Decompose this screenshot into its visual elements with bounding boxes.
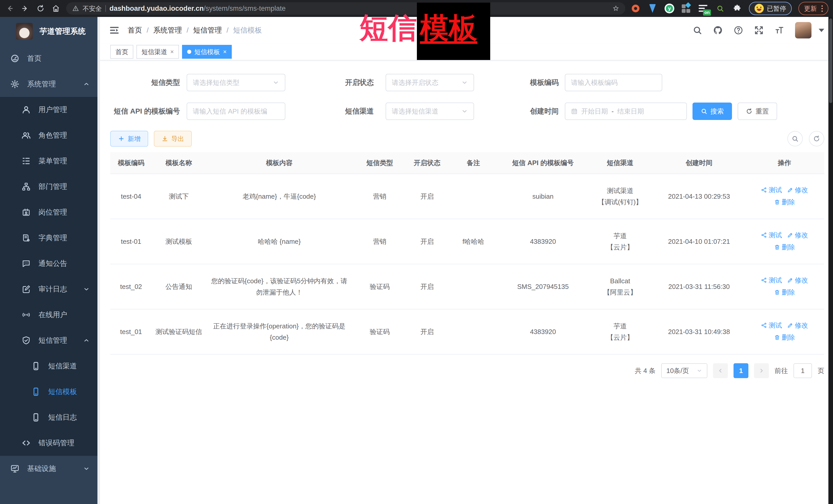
sidebar-item-online-users[interactable]: 在线用户	[0, 302, 100, 328]
template-code-input[interactable]: 请输入模板编码	[565, 74, 662, 91]
breadcrumb-sms[interactable]: 短信管理	[193, 25, 222, 35]
page-number-1[interactable]: 1	[734, 363, 748, 378]
sidebar-item-menu-management[interactable]: 菜单管理	[0, 148, 100, 174]
search-icon	[791, 135, 799, 142]
help-icon[interactable]	[734, 25, 743, 35]
user-avatar[interactable]	[795, 22, 811, 39]
close-icon[interactable]: ×	[170, 48, 174, 55]
delete-link[interactable]: 删除	[774, 241, 795, 253]
sidebar-item-sms-channel[interactable]: 短信渠道	[0, 353, 100, 379]
search-button[interactable]: 搜索	[692, 102, 732, 120]
search-icon[interactable]	[692, 25, 702, 35]
sidebar-item-post-management[interactable]: 岗位管理	[0, 199, 100, 225]
browser-reload-button[interactable]	[35, 3, 46, 14]
sidebar-item-audit-log[interactable]: 审计日志	[0, 277, 100, 302]
sidebar-item-notice[interactable]: 通知公告	[0, 251, 100, 277]
share-icon	[761, 232, 767, 238]
calendar-icon	[571, 108, 578, 115]
sms-channel-select[interactable]: 请选择短信渠道	[386, 102, 474, 120]
breadcrumb-system[interactable]: 系统管理	[153, 25, 182, 35]
create-time-label: 创建时间	[527, 106, 559, 116]
delete-link[interactable]: 删除	[774, 196, 795, 208]
sidebar-item-dept-management[interactable]: 部门管理	[0, 174, 100, 199]
open-status-select[interactable]: 请选择开启状态	[386, 74, 474, 91]
chevron-left-icon	[717, 368, 723, 374]
test-link[interactable]: 测试	[761, 184, 782, 196]
col-api-template-id: 短信 API 的模板编号	[499, 152, 587, 174]
add-button[interactable]: 新增	[110, 131, 148, 147]
sidebar-item-infrastructure[interactable]: 基础设施	[0, 456, 100, 481]
page-scrollbar[interactable]	[828, 17, 833, 504]
delete-link[interactable]: 删除	[774, 287, 795, 298]
sidebar-collapse-icon[interactable]	[109, 25, 120, 36]
extension-blue-pin-icon[interactable]	[647, 3, 658, 14]
sidebar-item-home[interactable]: 首页	[0, 46, 100, 71]
extension-list-on-icon[interactable]: on	[698, 3, 708, 14]
refresh-icon	[746, 108, 753, 115]
edit-link[interactable]: 修改	[787, 320, 808, 331]
extension-magnifier-icon[interactable]	[715, 3, 725, 14]
pencil-icon	[787, 322, 793, 329]
sidebar-item-dict-management[interactable]: 字典管理	[0, 225, 100, 251]
bookmark-star-icon[interactable]	[613, 5, 619, 12]
sidebar-item-sms-log[interactable]: 短信日志	[0, 405, 100, 430]
avatar-caret-down-icon[interactable]	[819, 29, 824, 32]
sidebar-item-sms-template[interactable]: 短信模板	[0, 379, 100, 405]
reset-button[interactable]: 重置	[738, 102, 777, 120]
chevron-down-icon	[83, 465, 90, 472]
tag-sms-channel[interactable]: 短信渠道 ×	[136, 45, 179, 59]
edit-link[interactable]: 修改	[787, 274, 808, 286]
dashboard-icon	[10, 54, 20, 63]
monitor-icon	[10, 464, 20, 473]
sidebar-item-system-management[interactable]: 系统管理	[0, 71, 100, 97]
extension-green-y-icon[interactable]: y	[664, 3, 674, 14]
browser-forward-button[interactable]	[20, 3, 30, 14]
goto-page-input[interactable]: 1	[793, 363, 812, 378]
extension-orange-ring-icon[interactable]	[630, 3, 641, 14]
tag-home[interactable]: 首页	[110, 45, 133, 59]
profile-paused-button[interactable]: 已暂停	[749, 2, 792, 15]
prev-page-button[interactable]	[713, 363, 728, 378]
sidebar-scrollbar[interactable]	[97, 17, 100, 504]
extensions-puzzle-icon[interactable]	[732, 3, 742, 14]
sms-type-select[interactable]: 请选择短信类型	[187, 74, 285, 91]
api-template-id-input[interactable]: 请输入短信 API 的模板编	[187, 102, 285, 120]
scrollbar-thumb[interactable]	[829, 19, 832, 103]
close-icon[interactable]: ×	[223, 48, 227, 55]
trash-icon	[774, 289, 780, 295]
refresh-table-button[interactable]	[809, 131, 824, 146]
edit-link[interactable]: 修改	[787, 184, 808, 196]
breadcrumb-home[interactable]: 首页	[128, 25, 142, 35]
col-template-content: 模板内容	[206, 152, 353, 174]
chevron-down-icon	[461, 108, 468, 115]
broadcast-icon	[22, 310, 31, 319]
address-bar[interactable]: 不安全 dashboard.yudao.iocoder.cn/system/sm…	[66, 2, 625, 15]
sidebar-item-sms-management[interactable]: 短信管理	[0, 328, 100, 353]
col-sms-channel: 短信渠道	[587, 152, 653, 174]
test-link[interactable]: 测试	[761, 320, 782, 331]
test-link[interactable]: 测试	[761, 274, 782, 286]
font-size-icon[interactable]	[775, 25, 784, 35]
forward-icon	[21, 5, 29, 12]
sidebar-item-role-management[interactable]: 角色管理	[0, 123, 100, 148]
sidebar-item-error-code[interactable]: 错误码管理	[0, 430, 100, 456]
browser-home-button[interactable]	[51, 3, 61, 14]
edit-link[interactable]: 修改	[787, 230, 808, 241]
next-page-button[interactable]	[754, 363, 769, 378]
delete-link[interactable]: 删除	[774, 332, 795, 343]
export-button[interactable]: 导出	[154, 131, 192, 147]
github-icon[interactable]	[713, 25, 723, 35]
extension-grid-icon[interactable]	[681, 3, 691, 14]
test-link[interactable]: 测试	[761, 230, 782, 241]
browser-update-button[interactable]: 更新	[799, 2, 828, 15]
browser-back-button[interactable]	[5, 3, 15, 14]
browser-menu-icon[interactable]	[822, 5, 823, 12]
show-search-button[interactable]	[787, 131, 803, 146]
sidebar-item-user-management[interactable]: 用户管理	[0, 97, 100, 123]
create-time-range-picker[interactable]: 开始日期 - 结束日期	[565, 102, 687, 120]
fullscreen-icon[interactable]	[754, 25, 764, 35]
page-size-select[interactable]: 10条/页	[661, 363, 707, 378]
address-divider	[105, 5, 106, 12]
id-badge-icon	[22, 208, 31, 217]
tag-sms-template[interactable]: 短信模板 ×	[182, 45, 232, 59]
